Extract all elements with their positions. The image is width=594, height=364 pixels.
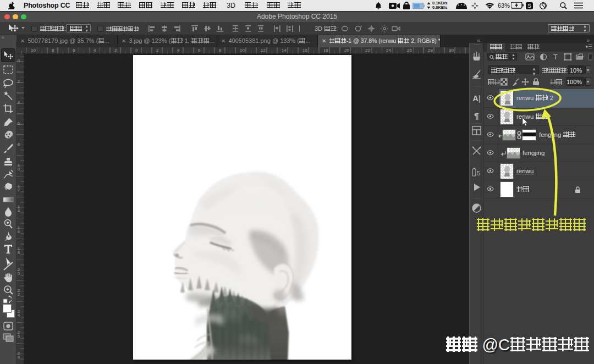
svg-text:5: 5	[477, 170, 480, 177]
svg-text:T: T	[553, 53, 558, 60]
